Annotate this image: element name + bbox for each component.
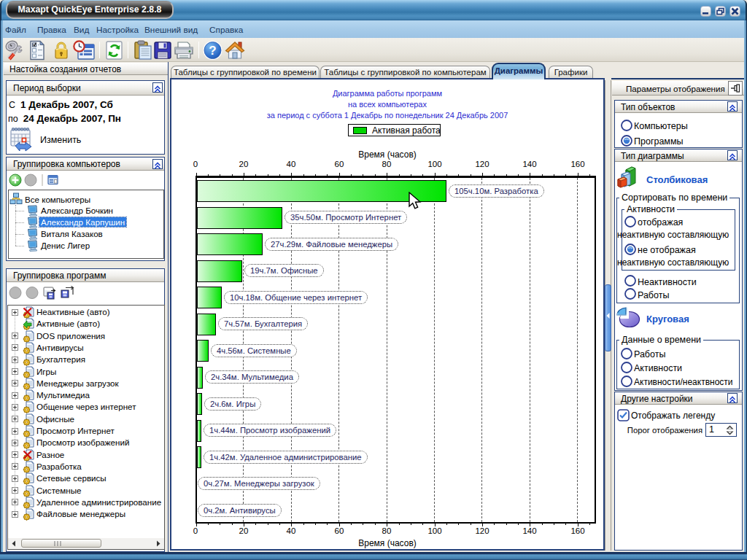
svg-text:?: ? xyxy=(209,44,216,58)
